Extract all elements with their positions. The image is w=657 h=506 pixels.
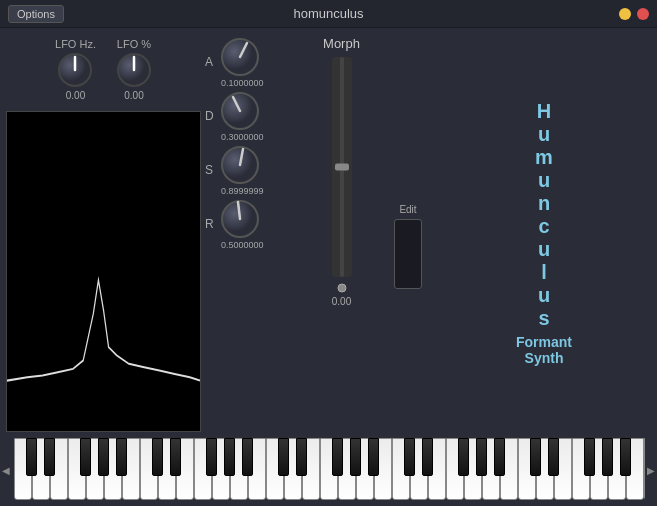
brand-letter-u3: u bbox=[538, 238, 550, 261]
lfo-hz-label: LFO Hz. bbox=[55, 38, 96, 50]
piano-black-key[interactable] bbox=[170, 438, 181, 476]
morph-dot-icon bbox=[337, 283, 347, 293]
piano-black-key[interactable] bbox=[296, 438, 307, 476]
piano-black-key[interactable] bbox=[350, 438, 361, 476]
lfo-hz-container: LFO Hz. 0.00 bbox=[55, 38, 96, 101]
morph-slider-track bbox=[332, 57, 352, 277]
adsr-a-value: 0.1000000 bbox=[221, 78, 264, 88]
adsr-d-value: 0.3000000 bbox=[221, 132, 264, 142]
brand-panel: H u m u n c u l u s Formant Synth bbox=[437, 34, 651, 432]
piano-scroll-right-btn[interactable]: ▶ bbox=[645, 434, 657, 504]
morph-title: Morph bbox=[323, 36, 360, 51]
adsr-d-row: D 0.3000000 bbox=[205, 90, 300, 142]
lfo-pct-container: LFO % 0.00 bbox=[116, 38, 152, 101]
piano-octave-label: C4 bbox=[140, 503, 150, 504]
brand-letter-h: H bbox=[537, 100, 551, 123]
piano-black-key[interactable] bbox=[224, 438, 235, 476]
adsr-s-value: 0.8999999 bbox=[221, 186, 264, 196]
piano-black-key[interactable] bbox=[422, 438, 433, 476]
left-panel: LFO Hz. 0.00 LFO % bbox=[6, 34, 201, 432]
piano-black-key[interactable] bbox=[620, 438, 631, 476]
piano-octave-label: C7 bbox=[518, 503, 528, 504]
svg-rect-4 bbox=[7, 112, 200, 431]
adsr-s-knob[interactable] bbox=[219, 144, 261, 186]
title-bar-left: Options bbox=[8, 5, 64, 23]
morph-bottom: 0.00 bbox=[332, 283, 351, 307]
piano-octave-label: C5 bbox=[266, 503, 276, 504]
brand-letter-m1: m bbox=[535, 146, 553, 169]
brand-formant: Formant bbox=[516, 334, 572, 350]
piano-black-key[interactable] bbox=[476, 438, 487, 476]
piano-black-key[interactable] bbox=[206, 438, 217, 476]
brand-letter-u2: u bbox=[538, 169, 550, 192]
piano-octave-label: C6 bbox=[392, 503, 402, 504]
lfo-hz-value: 0.00 bbox=[66, 90, 85, 101]
morph-slider-thumb[interactable] bbox=[335, 164, 349, 171]
brand-letter-n: n bbox=[538, 192, 550, 215]
piano-black-key[interactable] bbox=[152, 438, 163, 476]
window-title: homunculus bbox=[293, 6, 363, 21]
piano-scroll-left-btn[interactable]: ◀ bbox=[0, 434, 12, 504]
adsr-d-knob[interactable] bbox=[219, 90, 261, 132]
adsr-r-value: 0.5000000 bbox=[221, 240, 264, 250]
piano-black-key[interactable] bbox=[368, 438, 379, 476]
adsr-a-label: A bbox=[205, 55, 219, 69]
piano-wrapper: ◀ ▶ C3C4C5C6C7 bbox=[0, 434, 657, 504]
piano-black-key[interactable] bbox=[548, 438, 559, 476]
adsr-r-label: R bbox=[205, 217, 219, 231]
piano-black-key[interactable] bbox=[584, 438, 595, 476]
lfo-hz-knob[interactable] bbox=[57, 52, 93, 88]
piano-black-key[interactable] bbox=[242, 438, 253, 476]
brand-synth: Synth bbox=[525, 350, 564, 366]
piano-black-key[interactable] bbox=[98, 438, 109, 476]
piano-labels-row: C3C4C5C6C7 bbox=[14, 503, 643, 504]
piano-black-key[interactable] bbox=[278, 438, 289, 476]
piano-black-key[interactable] bbox=[26, 438, 37, 476]
piano-black-key[interactable] bbox=[116, 438, 127, 476]
adsr-s-label: S bbox=[205, 163, 219, 177]
adsr-r-knob[interactable] bbox=[219, 198, 261, 240]
piano-black-key[interactable] bbox=[404, 438, 415, 476]
morph-value: 0.00 bbox=[332, 296, 351, 307]
close-button[interactable] bbox=[637, 8, 649, 20]
piano-black-key[interactable] bbox=[44, 438, 55, 476]
piano-octave-label: C3 bbox=[14, 503, 24, 504]
adsr-d-label: D bbox=[205, 109, 219, 123]
svg-point-13 bbox=[338, 284, 346, 292]
edit-slider-box[interactable] bbox=[394, 219, 422, 289]
lfo-pct-knob[interactable] bbox=[116, 52, 152, 88]
adsr-s-row: S 0.8999999 bbox=[205, 144, 300, 196]
adsr-a-row: A 0.1000000 bbox=[205, 36, 300, 88]
lfo-pct-label: LFO % bbox=[117, 38, 151, 50]
title-bar-right bbox=[619, 8, 649, 20]
brand-letter-l: l bbox=[541, 261, 547, 284]
piano-black-key[interactable] bbox=[80, 438, 91, 476]
title-bar: Options homunculus bbox=[0, 0, 657, 28]
edit-panel: Edit bbox=[383, 34, 433, 432]
morph-panel: Morph 0.00 bbox=[304, 34, 379, 432]
options-button[interactable]: Options bbox=[8, 5, 64, 23]
adsr-a-knob[interactable] bbox=[219, 36, 261, 78]
brand-letter-s: s bbox=[538, 307, 549, 330]
waveform-svg bbox=[7, 112, 200, 431]
lfo-section: LFO Hz. 0.00 LFO % bbox=[6, 34, 201, 105]
piano-black-key[interactable] bbox=[332, 438, 343, 476]
lfo-pct-value: 0.00 bbox=[124, 90, 143, 101]
adsr-panel: A 0.1000000 D 0.3000000 bbox=[205, 34, 300, 432]
piano-black-key[interactable] bbox=[494, 438, 505, 476]
piano-black-key[interactable] bbox=[458, 438, 469, 476]
piano-black-key[interactable] bbox=[602, 438, 613, 476]
brand-letter-c: c bbox=[538, 215, 549, 238]
adsr-r-row: R 0.5000000 bbox=[205, 198, 300, 250]
minimize-button[interactable] bbox=[619, 8, 631, 20]
edit-label: Edit bbox=[399, 204, 416, 215]
brand-letter-u1: u bbox=[538, 123, 550, 146]
piano-keys bbox=[14, 438, 657, 503]
waveform-display bbox=[6, 111, 201, 432]
main-content: LFO Hz. 0.00 LFO % bbox=[0, 28, 657, 434]
piano-black-key[interactable] bbox=[530, 438, 541, 476]
brand-letters: H u m u n c u l u s Formant Synth bbox=[516, 38, 572, 428]
brand-letter-u4: u bbox=[538, 284, 550, 307]
